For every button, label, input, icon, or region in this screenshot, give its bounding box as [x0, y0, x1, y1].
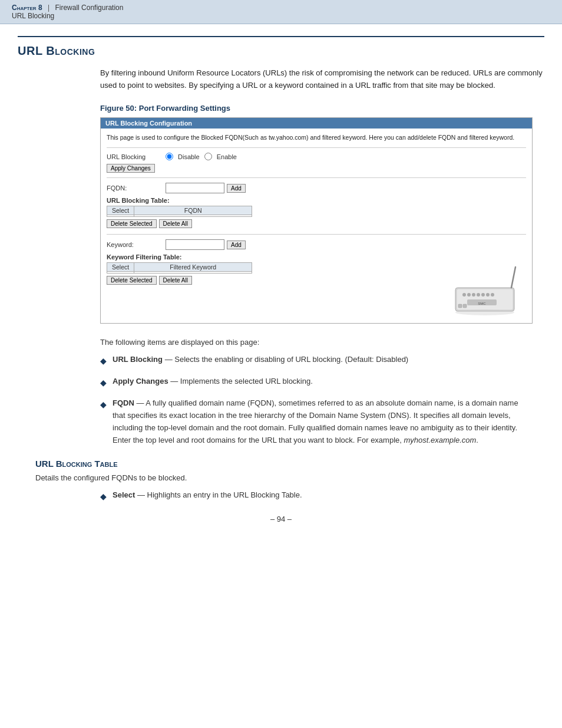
apply-changes-button[interactable]: Apply Changes: [107, 164, 155, 173]
enable-radio[interactable]: [204, 153, 212, 160]
screenshot-box: URL Blocking Configuration This page is …: [100, 117, 533, 324]
figure-caption: Figure 50: Port Forwarding Settings: [100, 104, 544, 113]
disable-label: Disable: [178, 153, 200, 160]
keyword-add-button[interactable]: Add: [227, 241, 246, 249]
svg-point-3: [467, 293, 471, 297]
svg-point-2: [462, 293, 466, 297]
header-separator: |: [48, 4, 49, 12]
bullet-text-1: URL Blocking — Selects the enabling or d…: [113, 354, 533, 366]
enable-label: Enable: [217, 153, 237, 160]
bullet-desc-2: — Implements the selected URL blocking.: [170, 377, 313, 386]
screenshot-title-bar: URL Blocking Configuration: [101, 118, 532, 129]
intro-paragraph: By filtering inbound Uniform Resource Lo…: [100, 67, 544, 92]
svg-rect-13: [463, 304, 467, 308]
bullet-desc-3: — A fully qualified domain name (FQDN), …: [113, 398, 518, 444]
keyword-filtering-table-label: Keyword Filtering Table:: [107, 253, 526, 261]
bullet-fqdn: ◆ FQDN — A fully qualified domain name (…: [100, 397, 533, 446]
fqdn-input[interactable]: [166, 183, 224, 193]
svg-point-14: [455, 309, 514, 315]
url-blocking-table: Select FQDN: [107, 206, 252, 217]
url-blocking-label: URL Blocking: [107, 153, 166, 160]
body-intro: The following items are displayed on thi…: [100, 338, 533, 347]
svg-point-4: [472, 293, 475, 297]
bullet-text-4: Select — Highlights an entry in the URL …: [113, 489, 533, 502]
svg-point-7: [486, 293, 490, 297]
header-section: Firewall Configuration: [55, 4, 123, 12]
delete-all-1-button[interactable]: Delete All: [159, 219, 192, 228]
bullet-term-2: Apply Changes: [113, 377, 168, 386]
url-blocking-radios: Disable Enable: [166, 153, 237, 160]
bullet-diamond-3: ◆: [100, 398, 107, 411]
router-image: SMC: [420, 264, 526, 317]
bullet-select: ◆ Select — Highlights an entry in the UR…: [100, 489, 533, 503]
keyword-row: Keyword: Add: [107, 239, 526, 250]
page-footer: – 94 –: [18, 515, 544, 529]
screenshot-inner: URL Blocking Configuration This page is …: [101, 118, 532, 323]
bullet-url-blocking: ◆ URL Blocking — Selects the enabling or…: [100, 354, 533, 367]
chapter-label: Chapter 8: [12, 4, 42, 12]
svg-line-9: [511, 267, 515, 288]
bullet-text-2: Apply Changes — Implements the selected …: [113, 375, 533, 388]
bullet-desc-1: — Selects the enabling or disabling of U…: [165, 355, 409, 364]
screenshot-desc: This page is used to configure the Block…: [107, 133, 526, 142]
table-row: [107, 215, 252, 217]
fqdn-row: FQDN: Add: [107, 183, 526, 193]
screenshot-divider-3: [107, 234, 526, 235]
col-fqdn: FQDN: [134, 206, 252, 215]
screenshot-body: This page is used to configure the Block…: [101, 129, 532, 323]
svg-point-6: [481, 293, 485, 297]
delete-selected-2-button[interactable]: Delete Selected: [107, 276, 157, 285]
page-header: Chapter 8 | Firewall Configuration URL B…: [0, 0, 562, 24]
url-blocking-table-desc: Details the configured FQDNs to be block…: [35, 473, 533, 482]
table-row: [107, 272, 252, 274]
svg-point-8: [491, 293, 494, 297]
fqdn-label: FQDN:: [107, 185, 166, 192]
bullet-diamond-1: ◆: [100, 354, 107, 367]
section-divider: [18, 36, 544, 37]
bullet-apply-changes: ◆ Apply Changes — Implements the selecte…: [100, 375, 533, 389]
bullet-desc-4: — Highlights an entry in the URL Blockin…: [137, 490, 302, 499]
disable-radio[interactable]: [166, 153, 173, 160]
bullet-term-1: URL Blocking: [113, 355, 163, 364]
keyword-label: Keyword:: [107, 241, 166, 248]
svg-text:SMC: SMC: [478, 302, 486, 305]
col-select-2: Select: [107, 263, 134, 272]
url-blocking-table-title: URL Blocking Table: [35, 459, 533, 469]
col-filtered-keyword: Filtered Keyword: [134, 263, 252, 272]
bullet-diamond-2: ◆: [100, 376, 107, 389]
keyword-input[interactable]: [166, 239, 224, 250]
bullet-term-3: FQDN: [113, 398, 134, 407]
bullet-diamond-4: ◆: [100, 490, 107, 503]
bullet-term-4: Select: [113, 490, 135, 499]
fqdn-add-button[interactable]: Add: [227, 184, 246, 193]
svg-rect-12: [458, 304, 462, 308]
body-text-section: The following items are displayed on thi…: [100, 338, 533, 447]
delete-selected-1-button[interactable]: Delete Selected: [107, 219, 157, 228]
screenshot-divider-1: [107, 147, 526, 148]
url-blocking-table-label: URL Blocking Table:: [107, 197, 526, 204]
bullet-text-3: FQDN — A fully qualified domain name (FQ…: [113, 397, 533, 446]
svg-point-5: [477, 293, 480, 297]
col-select-1: Select: [107, 206, 134, 215]
main-content: URL Blocking By filtering inbound Unifor…: [0, 24, 562, 541]
keyword-filtering-table: Select Filtered Keyword: [107, 262, 252, 274]
delete-all-2-button[interactable]: Delete All: [159, 276, 192, 285]
page-title: URL Blocking: [18, 44, 544, 58]
screenshot-divider-2: [107, 177, 526, 178]
page-number: – 94 –: [270, 515, 292, 523]
header-subsection: URL Blocking: [12, 12, 54, 20]
url-blocking-row: URL Blocking Disable Enable: [107, 153, 526, 160]
url-blocking-table-section: URL Blocking Table Details the configure…: [35, 459, 533, 503]
